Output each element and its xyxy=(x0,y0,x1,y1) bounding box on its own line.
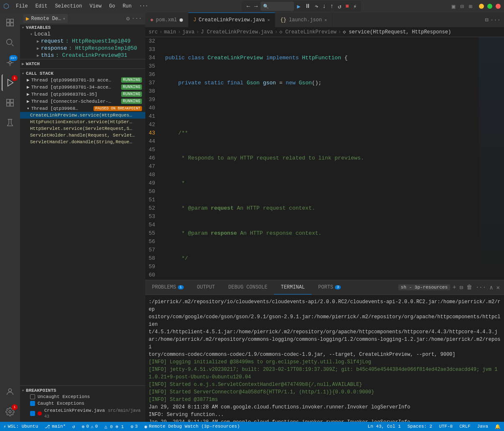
menu-go[interactable]: Go xyxy=(106,3,118,10)
debug-step-over-btn[interactable]: ↷ xyxy=(314,2,319,11)
stack-frame-2[interactable]: HttpFunctionExecutor.service(HttpSer… xyxy=(20,119,145,125)
panel-close-btn[interactable]: ✕ xyxy=(496,283,501,292)
status-plugin-count[interactable]: ⚙ 3 xyxy=(127,424,141,429)
menu-view[interactable]: View xyxy=(86,3,105,10)
tab-launch-json[interactable]: {} launch.json ✕ xyxy=(275,13,332,27)
panel-tab-problems[interactable]: PROBLEMS 1 xyxy=(145,280,190,294)
thread-item-2[interactable]: ▶ Thread [qtp399683701-34-acce… RUNNING xyxy=(20,84,145,91)
tab-pom-xml[interactable]: ◈ pom.xml xyxy=(145,13,188,27)
bp-caught-checkbox[interactable] xyxy=(30,401,35,406)
bp-uncaught-checkbox[interactable] xyxy=(30,394,35,399)
activity-test[interactable] xyxy=(2,114,18,131)
breadcrumb-file[interactable]: J CreateLinkPreview.java xyxy=(201,29,273,35)
thread-item-1[interactable]: ▶ Thread [qtp399683701-33 acce… RUNNING xyxy=(20,76,145,84)
stack-frame-3[interactable]: HttpServlet.service(ServletRequest,S… xyxy=(20,125,145,132)
minimize-button[interactable] xyxy=(479,4,484,9)
debug-step-into-btn[interactable]: ↓ xyxy=(321,2,327,10)
status-line-ending[interactable]: CRLF xyxy=(456,424,474,429)
activity-extensions[interactable] xyxy=(2,94,18,111)
tab-close-icon[interactable]: ✕ xyxy=(267,18,270,23)
breakpoints-header[interactable]: ▾ BREAKPOINTS xyxy=(20,388,145,393)
editor-layout-btn[interactable]: ⊟ xyxy=(485,16,488,23)
breadcrumb-class[interactable]: ◇ CreateLinkPreview xyxy=(279,29,337,35)
activity-search[interactable] xyxy=(2,34,18,51)
menu-more[interactable]: ··· xyxy=(136,3,152,10)
status-debug-watch[interactable]: ◉ Remote Debug Watch (3p-resources) xyxy=(141,424,243,429)
status-branch[interactable]: ⎇ main* xyxy=(41,424,69,429)
activity-git[interactable]: 1k+ xyxy=(2,54,18,71)
bp-caught[interactable]: Caught Exceptions xyxy=(20,400,145,407)
menu-edit[interactable]: Edit xyxy=(32,3,51,10)
nav-back-btn[interactable]: ← xyxy=(245,2,251,10)
nav-fwd-btn[interactable]: → xyxy=(253,2,259,10)
tab-close-icon-2[interactable]: ✕ xyxy=(324,18,327,23)
thread-item-3[interactable]: ▶ Thread [qtp399683701-35] RUNNING xyxy=(20,91,145,98)
bp-file-checkbox[interactable] xyxy=(30,411,35,416)
local-group[interactable]: ▾ Local xyxy=(20,30,145,38)
breadcrumb-main[interactable]: main xyxy=(164,29,176,35)
terminal-shell-label[interactable]: sh - 3p-resources xyxy=(398,284,450,290)
debug-hot-reload-btn[interactable]: ⚡ xyxy=(352,2,358,11)
code-content[interactable]: 32 33 34 35 36 37 38 39 40 41 42 43 44 4… xyxy=(145,37,504,280)
debug-stop-btn[interactable]: ■ xyxy=(344,2,350,10)
activity-debug[interactable]: 1 xyxy=(2,74,18,91)
breadcrumb-src[interactable]: src xyxy=(149,29,158,35)
status-encoding[interactable]: UTF-8 xyxy=(436,424,456,429)
thread-item-4[interactable]: ▶ Thread [Connector-Scheduler-… RUNNING xyxy=(20,98,145,105)
settings-gear-btn[interactable]: ⚙ xyxy=(126,15,129,22)
variables-header[interactable]: ▾ VARIABLES xyxy=(20,25,145,30)
status-language[interactable]: Java xyxy=(474,424,491,429)
debug-restart-btn[interactable]: ↺ xyxy=(337,2,342,11)
menu-run[interactable]: Run xyxy=(119,3,135,10)
panel-collapse-btn[interactable]: ∧ xyxy=(489,283,494,292)
split-btn[interactable]: ⊟ xyxy=(460,3,463,10)
panel-tabs-right: sh - 3p-resources + ⊟ 🗑 ··· ∧ ✕ xyxy=(395,283,504,292)
status-notifications[interactable]: 🔔 xyxy=(491,424,504,429)
stack-frame-1[interactable]: CreateLinkPreview.service(HttpReques… xyxy=(20,112,145,119)
status-remote[interactable]: ⚡ WSL: Ubuntu xyxy=(0,424,41,429)
debug-pause-btn[interactable]: ⏸ xyxy=(304,2,312,10)
debug-continue-btn[interactable]: ▶ xyxy=(296,2,301,11)
panel-tab-terminal[interactable]: TERMINAL xyxy=(274,280,312,294)
thread-item-5[interactable]: ▾ Thread [qtp39968… PAUSED ON BREAKPOINT xyxy=(20,105,145,112)
terminal-add-btn[interactable]: + xyxy=(452,283,457,292)
menu-file[interactable]: File xyxy=(13,3,31,10)
status-errors[interactable]: ⊗ 0 ⚠ 0 xyxy=(79,424,101,429)
call-stack-header[interactable]: ▾ CALL STACK xyxy=(20,71,145,76)
panel-tab-output[interactable]: OUTPUT xyxy=(190,280,222,294)
tab-createlink-java[interactable]: J CreateLinkPreview.java ✕ xyxy=(188,13,276,27)
status-position[interactable]: Ln 43, Col 1 xyxy=(365,424,404,429)
activity-settings[interactable]: 1 xyxy=(2,403,18,420)
bp-file[interactable]: CreateLinkPreview.java src/main/java 43 xyxy=(20,407,145,420)
var-response[interactable]: ▶ response : HttpResponseImpl@50 xyxy=(20,45,145,52)
stack-frame-4[interactable]: ServletHolder.handle(Request, Servlet… xyxy=(20,132,145,139)
status-spaces[interactable]: Spaces: 2 xyxy=(404,424,436,429)
terminal-content[interactable]: :/pierrick/.m2/repository/io/cloudevents… xyxy=(145,295,504,422)
var-this[interactable]: ▶ this : CreateLinkPreview@31 xyxy=(20,52,145,59)
terminal-trash-btn[interactable]: 🗑 xyxy=(466,283,473,292)
watch-header[interactable]: ▶ WATCH xyxy=(20,61,145,67)
activity-account[interactable] xyxy=(2,383,18,400)
terminal-split-btn[interactable]: ⊟ xyxy=(458,283,463,292)
var-request[interactable]: ▶ request : HttpRequestImpl@49 xyxy=(20,38,145,45)
status-info-count[interactable]: △ 0 ⊕ 1 xyxy=(101,424,127,429)
panel-tab-debug-console[interactable]: DEBUG CONSOLE xyxy=(222,280,274,294)
terminal-more-btn[interactable]: ··· xyxy=(475,283,487,292)
status-sync[interactable]: ↺ xyxy=(69,424,79,429)
breadcrumb-java[interactable]: java xyxy=(182,29,195,35)
search-input-bar[interactable]: 🔍 xyxy=(261,2,294,11)
layout2-btn[interactable]: ⊞ xyxy=(469,3,472,10)
layout-btn[interactable]: ▣ xyxy=(452,3,455,10)
editor-more-btn[interactable]: ··· xyxy=(490,17,501,23)
debug-config[interactable]: ▶ Remote De… ▾ xyxy=(23,14,68,23)
activity-explorer[interactable] xyxy=(2,14,18,31)
panel-tab-ports[interactable]: PORTS 3 xyxy=(312,280,347,294)
stack-frame-5[interactable]: ServletHandler.doHandle(String,Reque… xyxy=(20,139,145,145)
close-button[interactable] xyxy=(496,4,501,9)
debug-step-out-btn[interactable]: ↑ xyxy=(329,2,334,10)
maximize-button[interactable] xyxy=(487,4,492,9)
more-actions-btn[interactable]: ··· xyxy=(132,15,142,22)
bp-uncaught[interactable]: Uncaught Exceptions xyxy=(20,393,145,400)
menu-selection[interactable]: Selection xyxy=(52,3,86,10)
breadcrumb-method[interactable]: ◇ service(HttpRequest, HttpResponse) xyxy=(343,29,451,35)
